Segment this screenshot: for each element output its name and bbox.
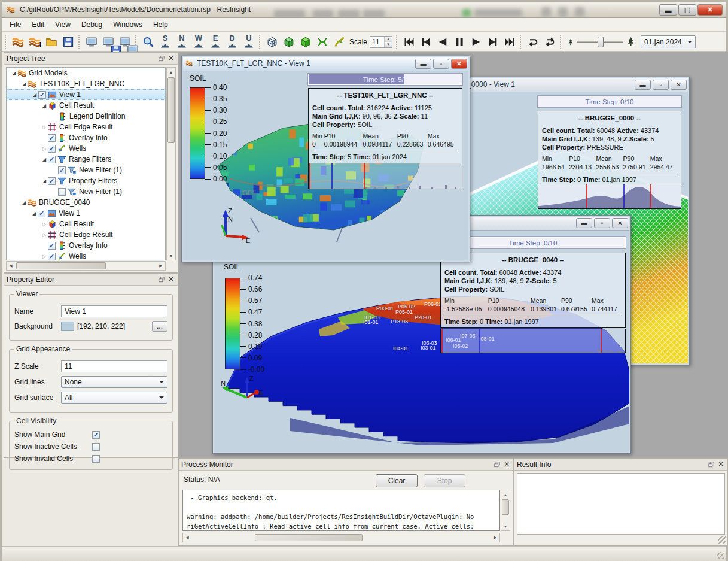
tree-item-checkbox[interactable]: ✓ (48, 242, 56, 250)
float-panel-icon[interactable] (493, 460, 501, 469)
scroll-left-arrow[interactable]: ◀ (183, 533, 191, 542)
expand-arrow-icon[interactable]: ◢ (31, 92, 38, 98)
show-grid-mesh-button[interactable] (264, 34, 280, 50)
show-faults-button[interactable] (298, 34, 313, 50)
tree-item-grid-models[interactable]: ◢Grid Models (7, 68, 165, 78)
child-window-titlebar[interactable]: TEST10K_FLT_LGR_NNC - View 1 ▬ ▫ ✕ (182, 56, 470, 71)
tree-item-overlay-info[interactable]: ✓Overlay Info (7, 132, 165, 143)
close-panel-icon[interactable]: ✕ (167, 275, 175, 284)
open-folder-button[interactable] (44, 34, 59, 50)
expand-arrow-icon[interactable]: ▷ (41, 232, 48, 238)
play-forward-button[interactable] (468, 34, 484, 50)
tree-item-new-filter-1-[interactable]: New Filter (1) (7, 186, 165, 197)
show-invalid-cells-checkbox[interactable] (92, 455, 100, 463)
close-button[interactable]: ✕ (671, 80, 687, 90)
toolbar-grip[interactable] (560, 35, 563, 49)
scroll-left-arrow[interactable]: ◀ (7, 262, 15, 270)
slider-handle[interactable] (598, 37, 604, 47)
show-well-paths-button[interactable] (331, 34, 347, 50)
play-backward-button[interactable] (435, 34, 450, 50)
tree-item-cell-edge-result[interactable]: ▷Cell Edge Result (7, 229, 165, 240)
scroll-right-arrow[interactable]: ▶ (491, 533, 499, 542)
close-panel-icon[interactable]: ✕ (717, 460, 725, 469)
show-inactive-cells-checkbox[interactable] (92, 443, 100, 451)
show-main-grid-checkbox[interactable]: ✓ (92, 431, 100, 439)
menu-view[interactable]: View (50, 19, 76, 31)
tree-item-checkbox[interactable]: ✓ (48, 134, 56, 142)
spin-down-arrow[interactable]: ▼ (385, 42, 392, 47)
toolbar-grip[interactable] (5, 35, 8, 49)
tree-item-range-filters[interactable]: ◢✓Range Filters (7, 154, 165, 165)
scrollbar-thumb[interactable] (502, 499, 509, 515)
close-button[interactable]: ✕ (612, 218, 628, 228)
scroll-right-arrow[interactable]: ▶ (157, 262, 165, 270)
expand-arrow-icon[interactable]: ◢ (41, 157, 48, 162)
maximize-button[interactable]: ▫ (433, 59, 449, 69)
tree-item-checkbox[interactable]: ✓ (58, 166, 66, 174)
tree-item-checkbox[interactable]: ✓ (38, 210, 45, 217)
open-project-button[interactable] (10, 34, 26, 50)
tree-item-checkbox[interactable]: ✓ (48, 156, 56, 163)
tree-vertical-scrollbar[interactable]: ▲ ▼ (166, 67, 176, 260)
tree-item-brugge-0040[interactable]: ◢BRUGGE_0040 (7, 197, 165, 208)
menu-windows[interactable]: Windows (108, 19, 148, 31)
view-from-west-button[interactable]: W (191, 34, 206, 50)
tree-item-cell-result[interactable]: ▷Cell Result (7, 219, 165, 229)
expand-arrow-icon[interactable]: ◢ (10, 71, 17, 76)
log-vertical-scrollbar[interactable]: ▲ ▼ (501, 490, 510, 531)
toolbar-grip[interactable] (520, 35, 523, 49)
scrollbar-thumb[interactable] (16, 262, 106, 269)
maximize-button[interactable]: ▢ (678, 4, 696, 16)
skip-to-end-button[interactable] (502, 34, 517, 50)
window-titlebar[interactable]: C:/gitRoot/OPM/ResInsight/TestModels/Doc… (2, 2, 726, 18)
repeat-back-and-forth-button[interactable] (542, 34, 558, 50)
view-name-input[interactable]: View 1 (61, 305, 167, 317)
tree-item-view-1[interactable]: ◢✓View 1 (7, 89, 165, 100)
tree-item-cell-result[interactable]: ◢Cell Result (7, 100, 165, 111)
show-cell-mesh-button[interactable] (281, 34, 297, 50)
open-project-edit-button[interactable]: I (27, 34, 42, 50)
float-panel-icon[interactable] (157, 54, 166, 63)
menu-edit[interactable]: Edit (26, 19, 50, 31)
tree-item-legend-definition[interactable]: Legend Definition (7, 111, 165, 122)
scroll-up-arrow[interactable]: ▲ (167, 68, 175, 76)
expand-arrow-icon[interactable]: ◢ (41, 178, 48, 184)
tree-item-checkbox[interactable]: ✓ (48, 145, 56, 153)
zscale-input[interactable]: 11 (61, 360, 167, 372)
tree-item-wells[interactable]: ▷✓Wells (7, 251, 165, 260)
snapshot-to-clipboard-button[interactable] (84, 34, 99, 50)
tree-item-checkbox[interactable]: ✓ (48, 253, 56, 260)
tree-horizontal-scrollbar[interactable]: ◀ ▶ (6, 261, 166, 271)
minimize-button[interactable]: ▬ (659, 4, 677, 16)
toolbar-grip[interactable] (78, 35, 81, 49)
maximize-button[interactable]: ▫ (594, 218, 610, 228)
expand-arrow-icon[interactable]: ▷ (41, 125, 48, 130)
animation-speed-slider[interactable] (577, 41, 623, 43)
minimize-button[interactable]: ▬ (635, 80, 651, 90)
resize-grip[interactable] (717, 552, 724, 559)
toolbar-grip[interactable] (396, 35, 399, 49)
view-from-east-button[interactable]: E (208, 34, 223, 50)
expand-arrow-icon[interactable]: ▷ (41, 146, 48, 151)
tree-item-checkbox[interactable]: ✓ (38, 91, 46, 99)
background-color-picker-button[interactable]: ... (152, 321, 167, 332)
menu-debug[interactable]: Debug (76, 19, 108, 31)
toolbar-grip[interactable] (259, 35, 262, 49)
float-panel-icon[interactable] (157, 275, 166, 284)
scroll-down-arrow[interactable]: ▼ (501, 522, 510, 530)
minimize-button[interactable]: ▬ (576, 218, 592, 228)
expand-arrow-icon[interactable]: ▷ (41, 254, 48, 259)
step-forward-button[interactable] (485, 34, 501, 50)
view-from-up-button[interactable]: U (241, 34, 257, 50)
view-from-south-button[interactable]: S (157, 34, 173, 50)
view-from-down-button[interactable]: D (224, 34, 240, 50)
crop-cells-button[interactable] (315, 34, 330, 50)
tree-item-checkbox[interactable] (58, 188, 66, 196)
view-window-test10k[interactable]: TEST10K_FLT_LGR_NNC - View 1 ▬ ▫ ✕ (181, 56, 470, 262)
tree-item-cell-edge-result[interactable]: ▷Cell Edge Result (7, 122, 165, 132)
pause-button[interactable] (452, 34, 467, 50)
float-panel-icon[interactable] (707, 460, 715, 469)
minimize-button[interactable]: ▬ (415, 59, 431, 69)
tree-item-test10k-flt-lgr-nnc[interactable]: ◢TEST10K_FLT_LGR_NNC (7, 78, 165, 89)
snapshot-to-file-button[interactable] (100, 34, 116, 50)
